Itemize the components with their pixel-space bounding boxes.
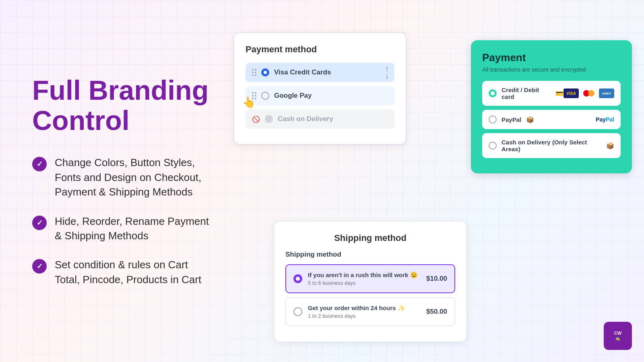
cod-emoji: 📦 [606,142,614,150]
mastercard-icon [581,88,597,98]
right-content: Payment method Visa Credit Cards ↑ ↓ [233,0,644,362]
feature-text-3: Set condition & rules on Cart Total, Pin… [55,257,209,287]
amex-icon: AMEX [599,88,614,98]
feature-item-2: Hide, Reorder, Rename Payment & Shipping… [32,214,209,243]
feature-item-1: Change Colors, Button Styles, Fonts and … [32,155,209,199]
cursor-hand-icon: 👆 [242,96,255,109]
teal-card-subtitle: All transactions are secure and encrypte… [482,66,621,73]
teal-radio-cod[interactable] [489,142,497,150]
arrow-up-icon[interactable]: ↑ [385,65,389,72]
shipping-days-slow: 5 to 6 business days [308,280,421,286]
shipping-name-slow: If you aren't in a rush this will work 😉 [308,272,421,279]
cw-badge: CW 🧙 [604,322,632,350]
shipping-info-fast: Get your order within 24 hours ✨ 1 to 2 … [308,304,421,319]
feature-list: Change Colors, Button Styles, Fonts and … [32,155,209,287]
teal-credit-label: Credit / Debit card [502,86,551,100]
payment-option-cod[interactable]: 🚫 Cash on Delivery [246,109,394,129]
shipping-price-fast: $50.00 [426,308,447,316]
reorder-arrows[interactable]: ↑ ↓ [385,65,389,80]
shipping-price-slow: $10.00 [426,275,447,283]
shipping-days-fast: 1 to 2 business days [308,313,421,319]
shipping-radio-slow[interactable] [293,274,302,283]
teal-card-title: Payment [482,51,621,64]
feature-item-3: Set condition & rules on Cart Total, Pin… [32,257,209,287]
heading-line1: Full Branding [32,75,208,105]
payment-teal-card: Payment All transactions are secure and … [471,40,632,173]
hide-icon[interactable]: 🚫 [252,115,260,123]
check-icon-2 [32,216,47,230]
teal-cod-label: Cash on Delivery (Only Select Areas) [502,139,601,152]
radio-visa[interactable] [261,68,269,76]
heading-line2: Control [32,105,130,136]
debit-emoji: 💳 [555,90,564,97]
cod-label: Cash on Delivery [278,115,333,123]
paypal-logo: PayPal [596,116,614,123]
radio-cod [265,115,273,123]
feature-text-2: Hide, Reorder, Rename Payment & Shipping… [55,214,209,243]
visa-card-icon: VISA [564,88,579,98]
shipping-info-slow: If you aren't in a rush this will work 😉… [308,272,421,286]
teal-radio-paypal[interactable] [489,115,497,123]
drag-handle-visa[interactable] [252,69,256,76]
arrow-down-icon[interactable]: ↓ [385,72,389,80]
shipping-card-title: Shipping method [285,233,455,243]
radio-gpay[interactable] [261,92,269,100]
payment-method-card: Payment method Visa Credit Cards ↑ ↓ [233,32,407,145]
visa-label: Visa Credit Cards [274,68,331,76]
cw-badge-text: CW 🧙 [614,331,621,341]
cw-badge-line2: 🧙 [614,336,621,341]
shipping-name-fast: Get your order within 24 hours ✨ [308,304,421,312]
shipping-option-slow[interactable]: If you aren't in a rush this will work 😉… [285,264,455,293]
main-heading: Full Branding Control [32,75,209,136]
teal-option-left-cod: Cash on Delivery (Only Select Areas) 📦 [489,139,614,152]
payment-option-googlepay[interactable]: Google Pay 👆 [246,86,394,105]
payment-method-card-title: Payment method [246,44,394,55]
paypal-emoji: 📦 [526,116,534,123]
teal-option-left-credit: Credit / Debit card 💳 [489,86,564,100]
gpay-label: Google Pay [274,92,312,100]
feature-text-1: Change Colors, Button Styles, Fonts and … [55,155,209,199]
teal-paypal-label: PayPal [502,116,521,123]
shipping-radio-fast[interactable] [293,307,302,316]
shipping-card: Shipping method Shipping method If you a… [274,221,467,342]
shipping-option-fast[interactable]: Get your order within 24 hours ✨ 1 to 2 … [285,297,455,326]
teal-option-left-paypal: PayPal 📦 [489,115,534,123]
check-icon-3 [32,259,47,274]
card-icons: VISA AMEX [564,88,614,98]
payment-option-visa[interactable]: Visa Credit Cards ↑ ↓ [246,63,394,82]
left-content: Full Branding Control Change Colors, But… [0,51,233,311]
teal-option-cod[interactable]: Cash on Delivery (Only Select Areas) 📦 [482,133,621,158]
cw-badge-line1: CW [614,331,621,336]
page-container: Full Branding Control Change Colors, But… [0,0,644,362]
teal-option-paypal[interactable]: PayPal 📦 PayPal [482,110,621,129]
teal-radio-credit[interactable] [489,89,497,97]
shipping-section-label: Shipping method [285,251,455,259]
check-icon-1 [32,157,47,171]
teal-option-credit[interactable]: Credit / Debit card 💳 VISA AMEX [482,81,621,106]
